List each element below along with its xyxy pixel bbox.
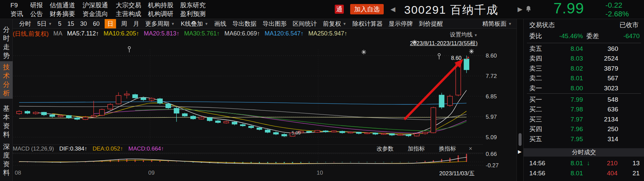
tick-row[interactable]: 14:568.01↓21013	[524, 158, 644, 168]
toolbar-item-30[interactable]: 30	[80, 20, 87, 27]
order-row-卖四[interactable]: 卖四8.032524	[524, 54, 644, 64]
close-indicator-icon[interactable]: ×	[469, 145, 472, 152]
top-menu-item-财务摘要[interactable]: 财务摘要	[50, 10, 75, 18]
tick-direction-icon: ↓	[587, 158, 590, 168]
macd-histogram-bar	[317, 162, 318, 162]
sidebar-item-基本资料[interactable]: 基本资料	[0, 103, 13, 140]
chart-toolbar: 分时5日▼5153060日周月更多周期▼K线叠加▼画线导出数据导出图形区间统计前…	[13, 19, 517, 29]
top-menu-item-资讯[interactable]: 资讯	[10, 10, 23, 18]
chevron-down-icon: ▼	[205, 22, 208, 26]
macd-action-改参数[interactable]: 改参数	[376, 145, 393, 153]
toolbar-item-周[interactable]: 周	[121, 20, 127, 28]
sidebar-item-技术分析[interactable]: 技术分析	[0, 61, 13, 99]
candle-body	[356, 132, 361, 133]
tick-row[interactable]: 14:568.0140421	[524, 168, 644, 178]
y-axis-macd-label: -0.27	[486, 162, 499, 169]
trade-status-value: 已收市	[620, 20, 639, 30]
order-row-卖三[interactable]: 卖三8.023879	[524, 64, 644, 74]
candle-body	[58, 115, 63, 116]
toolbar-item-月[interactable]: 月	[133, 20, 139, 28]
candle-body	[199, 117, 204, 119]
kline-chart-canvas[interactable]: 8.607.726.855.975.090.66-0.275.098.60↗	[13, 29, 517, 181]
top-menu-item-机构调研[interactable]: 机构调研	[148, 10, 173, 18]
order-row-买五[interactable]: 买五7.95314	[524, 134, 644, 144]
macd-histogram-bar	[151, 160, 152, 162]
macd-histogram-bar	[342, 162, 343, 162]
toolbar-item-到价提醒[interactable]: 到价提醒	[419, 20, 443, 28]
top-menu-item-F9[interactable]: F9	[10, 1, 18, 9]
weibi-value: -45.46%	[559, 31, 583, 41]
panel-collapse-icon[interactable]: ▶	[518, 149, 522, 154]
candle-body	[100, 109, 105, 115]
toolbar-item-更多周期[interactable]: 更多周期▼	[145, 20, 175, 28]
sidebar-item-深度资料[interactable]: 深度资料	[0, 141, 13, 178]
shenzhen-connect-badge: 通	[335, 5, 344, 14]
order-row-买三[interactable]: 买三7.972134	[524, 114, 644, 124]
top-menu-item-机构持股[interactable]: 机构持股	[148, 1, 173, 9]
order-row-卖二[interactable]: 卖二8.01567	[524, 73, 644, 83]
candle-body	[83, 117, 88, 119]
ma-settings-button[interactable]: 设置均线▼	[450, 31, 478, 38]
prev-stock-icon[interactable]: ◀	[390, 5, 395, 13]
toolbar-item-60[interactable]: 60	[93, 20, 100, 27]
price-change: -0.22	[605, 1, 629, 10]
chevron-down-icon: ▼	[508, 22, 512, 26]
top-menu-item-大宗交易[interactable]: 大宗交易	[116, 1, 141, 9]
add-watchlist-button[interactable]: 加入自选	[350, 4, 384, 14]
top-menu-item-研报[interactable]: 研报	[30, 1, 43, 9]
top-menu-item-沪深股通[interactable]: 沪深股通	[83, 1, 108, 9]
visible-range-label[interactable]: 2023/8/11-2023/11/3(55根)	[410, 39, 478, 47]
toolbar-item-前复权[interactable]: 前复权▼	[323, 20, 346, 28]
toolbar-item-精简板面[interactable]: 精简板面▼	[482, 20, 512, 28]
ma-line-MA120	[19, 102, 467, 104]
top-menu-item-盈利预测[interactable]: 盈利预测	[180, 10, 206, 18]
top-menu-item-公告[interactable]: 公告	[30, 10, 43, 18]
macd-histogram-bar	[375, 162, 376, 162]
chevron-down-icon: ▼	[474, 33, 478, 37]
stock-code-name: 300291 百纳千成	[404, 2, 498, 18]
toolbar-item-5日[interactable]: 5日▼	[37, 20, 52, 28]
toolbar-item-除权计算器[interactable]: 除权计算器	[353, 20, 383, 28]
macd-action-加指标[interactable]: 加指标	[408, 145, 425, 153]
order-row-买四[interactable]: 买四7.96250	[524, 124, 644, 134]
next-stock-icon[interactable]: ▶	[518, 5, 523, 13]
top-menu-item-股东研究[interactable]: 股东研究	[180, 1, 206, 9]
weicha-value: -6470	[623, 31, 640, 41]
toolbar-item-导出图形[interactable]: 导出图形	[263, 20, 287, 28]
toolbar-item-显示停牌[interactable]: 显示停牌	[389, 20, 413, 28]
sidebar-item-分时走势[interactable]: 分时走势	[0, 24, 13, 61]
divider-line	[527, 93, 641, 94]
price-alert-bell-icon[interactable]	[526, 6, 531, 13]
toolbar-item-日[interactable]: 日	[105, 19, 116, 28]
order-row-买一[interactable]: 买一7.99548	[524, 95, 644, 105]
toolbar-item-导出数据[interactable]: 导出数据	[232, 20, 257, 28]
ma-value-MA10: MA10:6.205↑	[104, 30, 139, 37]
toolbar-item-K线叠加[interactable]: K线叠加▼	[181, 20, 208, 28]
macd-histogram-bar	[416, 162, 417, 162]
macd-histogram-bar	[383, 162, 384, 162]
macd-histogram-bar	[193, 162, 194, 163]
macd-histogram-bar	[391, 162, 392, 162]
top-menu-item-主营构成[interactable]: 主营构成	[116, 10, 141, 18]
vertical-scrollbar-thumb[interactable]	[519, 133, 522, 146]
candle-body	[157, 99, 162, 103]
toolbar-item-分时[interactable]: 分时	[19, 20, 31, 28]
candle-body	[265, 130, 270, 132]
order-row-买二[interactable]: 买二7.98636	[524, 104, 644, 114]
top-menu-item-估值通道[interactable]: 估值通道	[50, 1, 75, 9]
toolbar-item-区间统计[interactable]: 区间统计	[293, 20, 317, 28]
order-row-卖五[interactable]: 卖五8.04360	[524, 44, 644, 54]
candle-body	[50, 115, 55, 116]
macd-histogram-bar	[466, 154, 467, 162]
candle-body	[315, 130, 320, 132]
ma-value-MA30: MA30:5.761↑	[184, 30, 220, 37]
toolbar-item-15[interactable]: 15	[67, 20, 74, 27]
order-row-卖一[interactable]: 卖一8.003023	[524, 83, 644, 93]
macd-name: MACD (12,26,9)	[13, 146, 54, 152]
macd-histogram-bar	[441, 159, 442, 162]
top-menu-item-资金流向[interactable]: 资金流向	[83, 10, 108, 18]
toolbar-item-画线[interactable]: 画线	[214, 20, 226, 28]
toolbar-item-5[interactable]: 5	[58, 20, 61, 27]
candle-body	[423, 132, 428, 133]
macd-action-换指标[interactable]: 换指标	[439, 145, 456, 153]
